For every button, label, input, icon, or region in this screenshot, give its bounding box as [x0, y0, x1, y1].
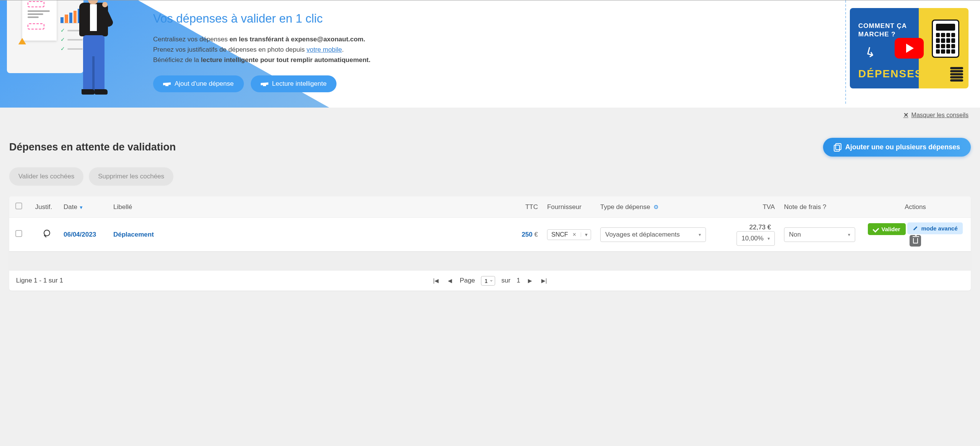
tva-rate-value: 10,00%	[742, 235, 764, 242]
add-expense-label: Ajout d'une dépense	[175, 80, 234, 88]
delete-checked-button[interactable]: Supprimer les cochées	[89, 167, 173, 186]
col-tva[interactable]: TVA	[710, 196, 779, 218]
check-icon	[872, 226, 879, 232]
col-note[interactable]: Note de frais ?	[779, 196, 860, 218]
pager-sur: sur	[501, 277, 511, 284]
sort-desc-icon: ▼	[79, 205, 83, 210]
add-expense-button[interactable]: Ajout d'une dépense	[153, 75, 244, 92]
chevron-down-icon: ▾	[699, 232, 701, 237]
calculator-icon	[932, 20, 959, 58]
clear-icon[interactable]: ×	[571, 231, 578, 238]
chevron-down-icon: ▾	[848, 232, 850, 237]
arrow-icon: ↳	[863, 44, 877, 61]
page-title: Dépenses en attente de validation	[9, 141, 176, 153]
hero-title: Vos dépenses à valider en 1 clic	[153, 12, 830, 26]
table-header-row: Justif. Date▼ Libellé TTC Fournisseur Ty…	[9, 196, 971, 218]
note-frais-select[interactable]: Non ▾	[784, 227, 855, 242]
hero-line2-pre: Prenez vos justificatifs de dépenses en …	[153, 46, 307, 53]
supplier-input[interactable]: SNCF × ▼	[547, 229, 591, 240]
tva-rate-select[interactable]: 10,00% ▾	[737, 231, 775, 246]
hero-line2-post: .	[342, 46, 344, 53]
pager-total: 1	[516, 277, 520, 284]
row-date[interactable]: 06/04/2023	[64, 231, 96, 238]
col-date[interactable]: Date▼	[59, 196, 109, 218]
hero-line1-pre: Centralisez vos dépenses	[153, 36, 229, 43]
hide-tips-link[interactable]: ✕ Masquer les conseils	[903, 111, 969, 119]
delete-button[interactable]	[910, 235, 921, 247]
validate-label: Valider	[882, 226, 900, 232]
col-ttc[interactable]: TTC	[512, 196, 542, 218]
copy-icon	[834, 144, 841, 151]
row-checkbox[interactable]	[15, 230, 22, 237]
add-expenses-button[interactable]: Ajouter une ou plusieurs dépenses	[823, 138, 971, 157]
row-ttc-cur: €	[532, 231, 538, 238]
col-justif[interactable]: Justif.	[28, 196, 59, 218]
coins-icon	[950, 66, 963, 82]
col-fournisseur[interactable]: Fournisseur	[542, 196, 596, 218]
chevron-down-icon: ▾	[768, 236, 770, 241]
hero-content: Vos dépenses à valider en 1 clic Central…	[138, 0, 846, 104]
note-frais-value: Non	[789, 231, 801, 239]
pager-next-icon[interactable]: ▶	[526, 276, 534, 285]
hero-line1-bold: en les transférant à expense@axonaut.com…	[229, 36, 365, 43]
smart-read-button[interactable]: Lecture intelligente	[251, 75, 337, 92]
expense-type-select[interactable]: Voyages et déplacements ▾	[600, 227, 706, 242]
pager-first-icon[interactable]: |◀	[431, 276, 440, 285]
video-title: DÉPENSES	[858, 68, 923, 80]
graduation-cap-icon	[261, 81, 268, 87]
smart-read-label: Lecture intelligente	[272, 80, 327, 88]
advanced-label: mode avancé	[921, 225, 957, 232]
hero-text: Centralisez vos dépenses en les transfér…	[153, 34, 830, 65]
hero-video-area: COMMENT ÇA MARCHE ? ↳ DÉPENSES	[846, 0, 980, 96]
tva-amount: 22,73 €	[749, 224, 771, 231]
trash-icon	[913, 238, 918, 243]
expenses-table: Justif. Date▼ Libellé TTC Fournisseur Ty…	[9, 196, 971, 291]
gear-icon[interactable]: ⚙	[652, 204, 658, 210]
magnifier-icon[interactable]	[40, 230, 47, 237]
play-icon	[895, 38, 924, 59]
expense-type-value: Voyages et déplacements	[605, 231, 680, 239]
row-ttc-amount: 250	[522, 231, 532, 238]
validate-button[interactable]: Valider	[868, 223, 906, 235]
hide-tips-label: Masquer les conseils	[911, 112, 969, 119]
chevron-down-icon[interactable]: ▼	[581, 232, 588, 237]
row-libelle[interactable]: Déplacement	[113, 231, 154, 238]
hero-line3-bold: lecture intelligente pour tout remplir a…	[201, 56, 371, 64]
close-icon: ✕	[903, 111, 908, 119]
hero-panel: ✓✓✓ Vos dépenses à valider en 1 clic	[0, 0, 980, 108]
hero-illustration: ✓✓✓	[0, 0, 138, 108]
supplier-value: SNCF	[551, 231, 568, 238]
col-actions: Actions	[860, 196, 971, 218]
pager: Ligne 1 - 1 sur 1 |◀ ◀ Page 1 sur 1 ▶ ▶|	[9, 271, 971, 291]
advanced-mode-button[interactable]: mode avancé	[907, 222, 963, 234]
hero-mobile-link[interactable]: votre mobile	[307, 46, 342, 53]
table-row: 06/04/2023 Déplacement 250 € SNCF × ▼	[9, 218, 971, 252]
col-type[interactable]: Type de dépense ⚙	[596, 196, 710, 218]
video-caption: COMMENT ÇA MARCHE ?	[858, 22, 907, 39]
pager-summary: Ligne 1 - 1 sur 1	[16, 277, 63, 284]
validate-checked-button[interactable]: Valider les cochées	[9, 167, 83, 186]
col-libelle[interactable]: Libellé	[109, 196, 512, 218]
hero-line3-pre: Bénéficiez de la	[153, 56, 201, 64]
pager-last-icon[interactable]: ▶|	[540, 276, 549, 285]
pencil-icon	[913, 226, 918, 231]
video-thumbnail[interactable]: COMMENT ÇA MARCHE ? ↳ DÉPENSES	[850, 8, 969, 88]
graduation-cap-icon	[163, 81, 171, 87]
pager-page-select[interactable]: 1	[481, 276, 495, 286]
table-empty-band	[9, 252, 971, 271]
pager-page-label: Page	[460, 277, 475, 284]
add-expenses-label: Ajouter une ou plusieurs dépenses	[845, 143, 960, 151]
hide-tips-bar: ✕ Masquer les conseils	[0, 108, 980, 121]
pager-prev-icon[interactable]: ◀	[446, 276, 454, 285]
select-all-checkbox[interactable]	[15, 203, 22, 209]
